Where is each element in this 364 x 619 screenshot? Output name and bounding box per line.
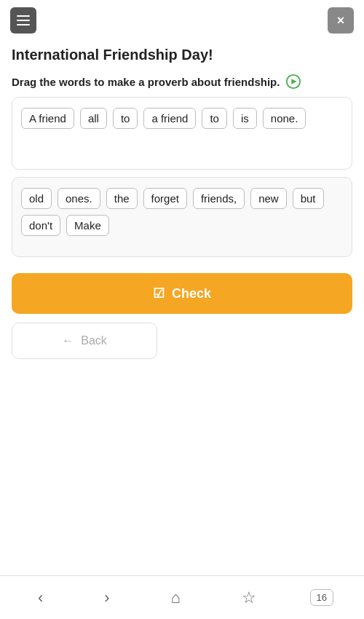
page-count: 16 bbox=[317, 592, 327, 603]
source-word-9[interactable]: Make bbox=[66, 215, 109, 236]
page-counter: 16 bbox=[310, 589, 333, 606]
answer-word-6[interactable]: is bbox=[233, 108, 257, 129]
nav-forward-button[interactable]: › bbox=[97, 584, 116, 612]
source-zone[interactable]: old ones. the forget friends, new but do… bbox=[12, 177, 352, 257]
source-word-8[interactable]: don't bbox=[21, 215, 60, 236]
svg-marker-1 bbox=[292, 79, 297, 84]
nav-star-button[interactable]: ☆ bbox=[234, 584, 264, 612]
bottom-nav: ‹ › ⌂ ☆ 16 bbox=[0, 575, 364, 619]
answer-word-7[interactable]: none. bbox=[263, 108, 306, 129]
check-icon: ☑ bbox=[153, 285, 165, 301]
back-button[interactable]: ← Back bbox=[12, 323, 157, 359]
check-label: Check bbox=[172, 286, 211, 301]
source-word-7[interactable]: but bbox=[293, 188, 324, 209]
nav-forward-icon: › bbox=[104, 588, 109, 607]
source-word-3[interactable]: the bbox=[106, 188, 138, 209]
source-word-1[interactable]: old bbox=[21, 188, 52, 209]
instructions-text: Drag the words to make a proverb about f… bbox=[12, 76, 280, 88]
check-button[interactable]: ☑ Check bbox=[12, 273, 352, 314]
top-bar: × bbox=[0, 0, 364, 41]
menu-button[interactable] bbox=[10, 7, 36, 33]
back-label: Back bbox=[81, 334, 107, 347]
source-word-2[interactable]: ones. bbox=[58, 188, 100, 209]
close-button[interactable]: × bbox=[328, 7, 354, 33]
back-arrow-icon: ← bbox=[62, 334, 74, 347]
nav-home-button[interactable]: ⌂ bbox=[163, 584, 187, 612]
answer-word-4[interactable]: a friend bbox=[143, 108, 196, 129]
answer-word-1[interactable]: A friend bbox=[21, 108, 74, 129]
answer-word-3[interactable]: to bbox=[113, 108, 138, 129]
nav-back-button[interactable]: ‹ bbox=[31, 584, 50, 612]
answer-zone[interactable]: A friend all to a friend to is none. bbox=[12, 97, 352, 170]
sound-icon[interactable] bbox=[285, 74, 301, 90]
page-title: International Friendship Day! bbox=[0, 41, 364, 63]
nav-back-icon: ‹ bbox=[38, 588, 43, 607]
star-icon: ☆ bbox=[242, 588, 256, 607]
source-word-4[interactable]: forget bbox=[143, 188, 187, 209]
source-word-5[interactable]: friends, bbox=[193, 188, 245, 209]
answer-word-2[interactable]: all bbox=[80, 108, 107, 129]
answer-word-5[interactable]: to bbox=[202, 108, 227, 129]
home-icon: ⌂ bbox=[170, 588, 180, 607]
instructions: Drag the words to make a proverb about f… bbox=[0, 63, 364, 97]
source-word-6[interactable]: new bbox=[250, 188, 287, 209]
main-content: International Friendship Day! Drag the w… bbox=[0, 41, 364, 619]
